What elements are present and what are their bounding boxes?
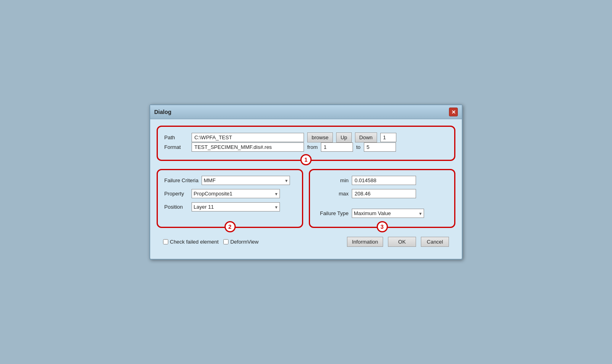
check-failed-checkbox[interactable] — [163, 239, 168, 244]
down-button[interactable]: Down — [355, 132, 377, 142]
criteria-row: Failure Criteria MMF Tsai-Wu Hoffman Max… — [164, 176, 296, 185]
min-label: min — [316, 177, 349, 183]
section2-badge: 2 — [224, 221, 236, 232]
max-input[interactable] — [352, 189, 416, 198]
format-row: Format from to — [164, 142, 448, 152]
from-input[interactable] — [321, 142, 353, 152]
property-wrapper: PropComposite1 PropComposite2 PropCompos… — [192, 189, 280, 198]
max-label: max — [316, 191, 349, 197]
property-row: Property PropComposite1 PropComposite2 P… — [164, 189, 296, 198]
format-input[interactable] — [192, 142, 304, 152]
position-row: Position Layer 1 Layer 2 Layer 5 Layer 1… — [164, 202, 296, 211]
failure-type-wrapper: Maximum Value Minimum Value Average Valu… — [352, 209, 424, 218]
max-row: max — [316, 189, 448, 198]
section-path-format: Path browse Up Down Format from to 1 — [157, 126, 455, 161]
dialog-body: Path browse Up Down Format from to 1 — [150, 119, 462, 259]
position-label: Position — [164, 204, 188, 210]
failure-type-row: Failure Type Maximum Value Minimum Value… — [316, 209, 448, 218]
dialog-titlebar: Dialog ✕ — [150, 105, 462, 119]
to-input[interactable] — [364, 142, 396, 152]
close-button[interactable]: ✕ — [449, 108, 458, 116]
check-failed-label[interactable]: Check failed element — [163, 239, 218, 245]
path-row: Path browse Up Down — [164, 132, 448, 142]
information-button[interactable]: Information — [347, 237, 383, 247]
path-label: Path — [164, 134, 188, 140]
deform-view-checkbox[interactable] — [223, 239, 228, 244]
deform-view-label[interactable]: DeformView — [223, 239, 259, 245]
position-dropdown[interactable]: Layer 1 Layer 2 Layer 5 Layer 11 Layer 1… — [192, 202, 280, 211]
ok-button[interactable]: OK — [388, 237, 416, 247]
section-minmax: min max Failure Type Maximum Value Minim… — [309, 169, 455, 228]
deform-view-text: DeformView — [230, 239, 259, 245]
position-wrapper: Layer 1 Layer 2 Layer 5 Layer 11 Layer 1… — [192, 202, 280, 211]
failure-type-dropdown[interactable]: Maximum Value Minimum Value Average Valu… — [352, 209, 424, 218]
property-label: Property — [164, 191, 188, 197]
failure-type-label: Failure Type — [316, 210, 349, 216]
failure-criteria-dropdown[interactable]: MMF Tsai-Wu Hoffman Max Stress — [202, 176, 290, 185]
dialog-window: Dialog ✕ Path browse Up Down Format from… — [149, 104, 463, 260]
failure-criteria-wrapper: MMF Tsai-Wu Hoffman Max Stress ▼ — [202, 176, 290, 185]
browse-button[interactable]: browse — [307, 132, 333, 142]
step-input[interactable] — [380, 133, 396, 142]
section3-badge: 3 — [377, 221, 388, 232]
middle-row: Failure Criteria MMF Tsai-Wu Hoffman Max… — [157, 169, 455, 228]
failure-criteria-label: Failure Criteria — [164, 177, 198, 183]
min-input[interactable] — [352, 176, 416, 185]
cancel-button[interactable]: Cancel — [421, 237, 449, 247]
path-input[interactable] — [192, 133, 304, 142]
to-label: to — [356, 144, 361, 150]
up-button[interactable]: Up — [336, 132, 352, 142]
section1-badge: 1 — [300, 154, 312, 165]
from-label: from — [307, 144, 318, 150]
min-row: min — [316, 176, 448, 185]
dialog-title: Dialog — [154, 109, 171, 115]
section-criteria: Failure Criteria MMF Tsai-Wu Hoffman Max… — [157, 169, 303, 228]
check-failed-text: Check failed element — [170, 239, 218, 245]
dialog-footer: Check failed element DeformView Informat… — [157, 234, 455, 252]
format-label: Format — [164, 144, 188, 150]
property-dropdown[interactable]: PropComposite1 PropComposite2 PropCompos… — [192, 189, 280, 198]
